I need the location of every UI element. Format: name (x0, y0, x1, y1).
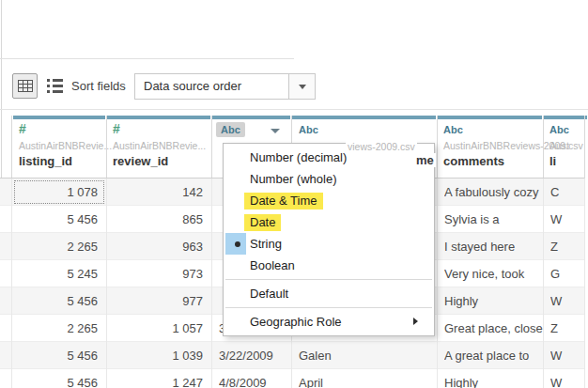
menu-item-label: Geographic Role (250, 315, 342, 329)
sort-fields-label: Sort fields (71, 79, 126, 93)
cell-listing_id[interactable]: 5 456 (12, 206, 98, 233)
cell-listing_name[interactable]: C (550, 178, 588, 206)
column-source-tail: views-2009.csv (346, 140, 417, 153)
grid-line (106, 116, 107, 178)
column-accent-bar (13, 116, 105, 119)
cell-reviewer_name[interactable]: April (299, 369, 437, 388)
cell-comments[interactable]: Very nice, took me to ... (444, 260, 543, 287)
column-source-label: AustinAirBNBRevie... (19, 140, 112, 151)
column-source-label: Aust (549, 140, 569, 151)
cell-comments[interactable]: Highly recommended... (444, 369, 543, 388)
cell-listing_id[interactable]: 2 265 (12, 315, 98, 342)
cell-listing_id[interactable]: 2 265 (12, 233, 98, 260)
column-accent-bar (212, 116, 290, 119)
menu-item-date-time[interactable]: Date & Time (224, 190, 434, 211)
cell-review_id[interactable]: 142 (106, 178, 203, 206)
cell-listing_name[interactable]: Z (550, 315, 588, 342)
cell-listing_name[interactable]: Z (550, 233, 588, 260)
sort-order-dropdown[interactable]: Data source order (134, 73, 316, 100)
field-type-icon[interactable]: Abc (299, 124, 318, 135)
dropdown-arrow-button[interactable] (288, 74, 315, 99)
grid-top-border (0, 109, 588, 110)
cell-listing_name[interactable]: W (550, 206, 588, 233)
grid-line (211, 178, 212, 388)
cell-listing_name[interactable]: G (550, 260, 588, 287)
column-accent-bar (438, 116, 542, 119)
column-source-label: AustinAirBNBRevie... (113, 140, 206, 151)
cell-listing_id[interactable]: 5 456 (12, 369, 98, 388)
tableau-data-grid-view: Sort fields Data source order #AustinAir… (0, 0, 588, 388)
radio-selected-icon (225, 233, 246, 255)
menu-divider (225, 307, 432, 308)
menu-item-boolean[interactable]: Boolean (224, 255, 434, 276)
cell-listing_name[interactable]: W (550, 287, 588, 315)
menu-item-geographic-role[interactable]: Geographic Role (224, 311, 434, 333)
column-name-tail: me (414, 153, 436, 167)
grid-view-icon (18, 80, 33, 92)
field-type-icon[interactable]: Abc (216, 122, 245, 137)
menu-item-label: Date & Time (244, 193, 323, 210)
grid-line (437, 116, 438, 178)
cell-comments[interactable]: A great place to stay i... (444, 342, 543, 369)
field-type-icon[interactable]: # (19, 121, 26, 136)
cell-review_id[interactable]: 1 247 (106, 369, 203, 388)
cell-listing_id[interactable]: 5 245 (12, 260, 98, 287)
menu-item-label: Date (244, 214, 281, 231)
list-view-icon (47, 79, 63, 93)
field-menu-caret-icon[interactable] (271, 129, 280, 133)
cell-review_id[interactable]: 963 (106, 233, 203, 260)
list-view-button[interactable] (45, 77, 64, 94)
column-header-comments[interactable]: comments (443, 154, 504, 168)
cell-comments[interactable]: I stayed here during S... (444, 233, 543, 260)
menu-item-string[interactable]: String (224, 233, 434, 255)
cell-reviewer_name[interactable]: Galen (299, 342, 437, 369)
field-type-icon[interactable]: Abc (549, 124, 569, 135)
grid-line (11, 116, 12, 178)
cell-review_id[interactable]: 865 (106, 206, 203, 233)
column-header-review_id[interactable]: review_id (113, 154, 168, 168)
menu-item-date[interactable]: Date (224, 211, 434, 233)
cell-comments[interactable]: Great place, close eno... (444, 315, 543, 342)
field-type-menu: Number (decimal)Number (whole)Date & Tim… (223, 143, 435, 336)
sort-order-value: Data source order (144, 74, 241, 99)
grid-line (211, 116, 212, 178)
cell-date[interactable]: 3/22/2009 (219, 342, 291, 369)
menu-item-number-whole[interactable]: Number (whole) (224, 168, 434, 190)
cell-review_id[interactable]: 973 (106, 260, 203, 287)
menu-divider (225, 279, 432, 280)
cell-listing_name[interactable]: W (550, 342, 588, 369)
cell-listing_id[interactable]: 5 456 (12, 287, 98, 315)
submenu-arrow-icon (413, 318, 418, 325)
field-type-icon[interactable]: Abc (443, 124, 463, 135)
grid-view-button[interactable] (12, 73, 38, 99)
column-accent-bar (107, 116, 210, 119)
grid-line (437, 178, 438, 388)
pane-divider-horizontal (0, 58, 294, 59)
cell-listing_id[interactable]: 5 456 (12, 342, 98, 369)
column-accent-bar (292, 116, 436, 119)
field-type-icon[interactable]: # (113, 121, 120, 136)
cell-review_id[interactable]: 1 039 (106, 342, 203, 369)
cell-listing_name[interactable]: W (550, 369, 588, 388)
cell-review_id[interactable]: 1 057 (106, 315, 203, 342)
menu-item-default[interactable]: Default (224, 283, 434, 304)
column-header-listing_name[interactable]: li (549, 154, 556, 168)
grid-line (584, 116, 585, 178)
cell-comments[interactable]: A fabulously cozy plac... (444, 178, 543, 206)
column-accent-bar (544, 116, 587, 119)
column-header-listing_id[interactable]: listing_id (19, 154, 72, 168)
grid-line (543, 116, 544, 178)
cell-selection-outline (14, 180, 104, 204)
menu-item-label: Number (whole) (250, 172, 336, 186)
grid-line (543, 178, 544, 388)
radio-dot-icon (235, 241, 240, 247)
cell-date[interactable]: 4/8/2009 (219, 369, 291, 388)
cell-review_id[interactable]: 977 (106, 287, 203, 315)
cell-comments[interactable]: Sylvia is a hostess wh... (444, 206, 543, 233)
menu-item-label: Number (decimal) (250, 150, 347, 164)
menu-item-label: Boolean (250, 258, 295, 272)
chevron-down-icon (299, 85, 306, 89)
menu-item-label: Default (250, 287, 288, 301)
menu-item-label: String (250, 237, 282, 251)
cell-comments[interactable]: Highly recommended.... (444, 287, 543, 315)
